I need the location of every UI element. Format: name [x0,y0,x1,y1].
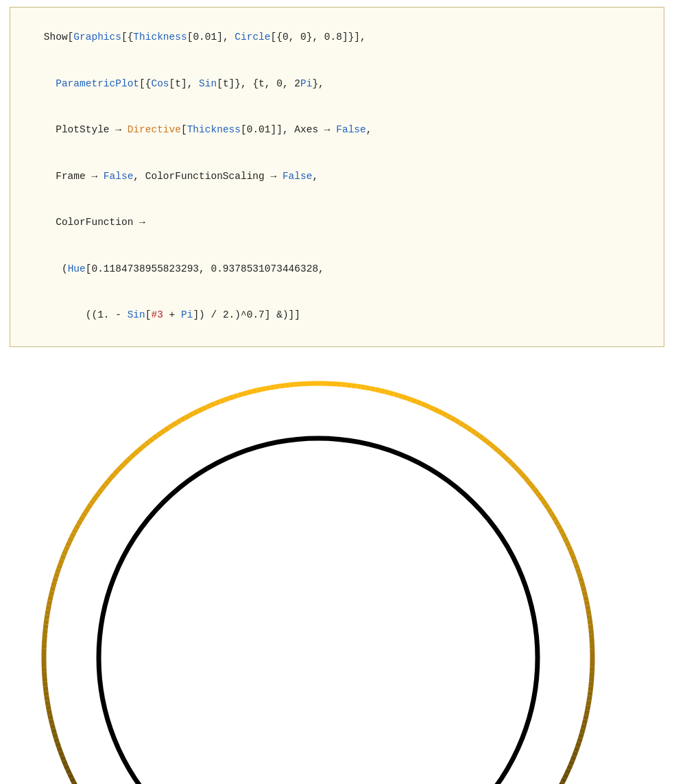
code-token: Circle [234,32,270,43]
code-token: Thickness [133,32,186,43]
code-token [44,78,56,89]
code-token: Cos [151,78,169,89]
code-token: ( [44,263,68,274]
code-line-1: Show[Graphics[{Thickness[0.01], Circle[{… [20,14,654,60]
code-line-6: (Hue[0.1184738955823293, 0.9378531073446… [20,246,654,292]
code-token: Sin [199,78,217,89]
code-token: [{ [139,78,151,89]
code-token: , [312,171,318,182]
code-token: Pi [181,309,193,320]
code-token: False [104,171,134,182]
code-token: [{ [121,32,133,43]
code-token: False [336,124,366,135]
code-line-7: ((1. - Sin[#3 + Pi]) / 2.)^0.7] &)]] [20,292,654,337]
code-token: [{0, 0}, 0.8]}], [271,32,366,43]
code-token: [0.01], [187,32,235,43]
code-token: [0.01]], Axes → [241,124,336,135]
code-token: + [163,309,181,320]
code-token: ]) / 2.)^0.7] &)]] [193,309,300,320]
code-token: Hue [68,263,86,274]
plot-canvas [10,359,627,784]
code-line-2: ParametricPlot[{Cos[t], Sin[t]}, {t, 0, … [20,60,654,106]
code-token: Pi [300,78,312,89]
code-token: Frame → [44,171,104,182]
code-token: [t], [169,78,200,89]
code-token: Show[ [44,32,74,43]
plot-area [10,359,664,784]
code-token: [t]}, {t, 0, 2 [217,78,300,89]
code-token: [0.1184738955823293, 0.9378531073446328, [86,263,324,274]
code-token: PlotStyle → [44,124,128,135]
code-token: , ColorFunctionScaling → [133,171,282,182]
code-token: , [366,124,372,135]
code-token: ParametricPlot [56,78,139,89]
code-token: Thickness [187,124,241,135]
code-token: [ [181,124,187,135]
code-line-4: Frame → False, ColorFunctionScaling → Fa… [20,153,654,199]
code-token: Graphics [73,32,121,43]
code-token: False [282,171,313,182]
code-token: Sin [128,309,145,320]
code-token: }, [312,78,324,89]
code-token: ((1. - [44,309,128,320]
code-block: Show[Graphics[{Thickness[0.01], Circle[{… [10,7,664,347]
code-line-5: ColorFunction → [20,200,654,246]
code-token: #3 [151,309,163,320]
code-line-3: PlotStyle → Directive[Thickness[0.01]], … [20,107,654,153]
code-token: Directive [128,124,181,135]
code-token: ColorFunction → [44,217,145,228]
